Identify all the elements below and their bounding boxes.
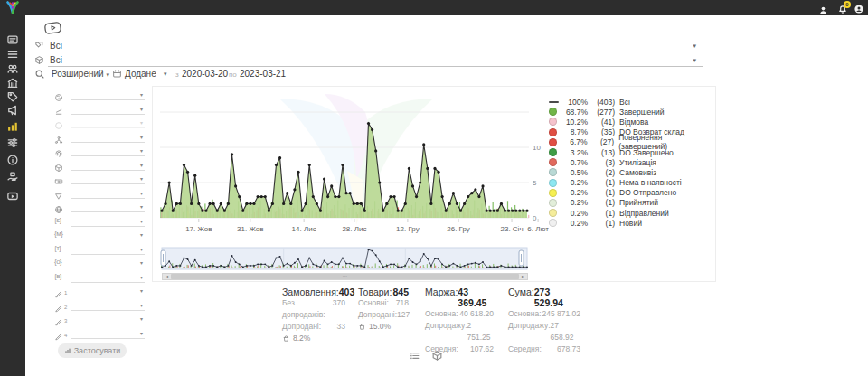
filter-category[interactable]: ▾ [54, 131, 145, 144]
legend-dot-marker [549, 108, 557, 116]
legend-item-2[interactable]: 10.2%(41)Відмова [549, 117, 712, 127]
package-icon[interactable] [431, 349, 443, 365]
legend-item-12[interactable]: 0.2%(1)Новий [549, 218, 712, 228]
hier-icon [54, 136, 63, 145]
filter-param-1[interactable]: 1▾ [54, 285, 145, 297]
legend-dot-marker [549, 138, 557, 146]
filter-custom-m[interactable]: {м}▾ [54, 229, 145, 241]
filter-custom-o[interactable]: {о}▾ [54, 257, 145, 269]
mini-chart-navigator[interactable] [160, 247, 549, 274]
chart-icon [64, 347, 71, 354]
filter-underline [71, 127, 145, 128]
date-to-input[interactable]: 2023-03-21 [240, 69, 286, 79]
sidebar-item-info[interactable] [6, 154, 20, 167]
sidebar-item-products[interactable] [6, 90, 20, 104]
apply-button[interactable]: Застосувати [58, 343, 127, 358]
upsell-percent: 8.2% [293, 333, 310, 344]
scroll-left-arrow[interactable]: ◂ [163, 274, 171, 279]
legend-item-4[interactable]: 6.7%(27)Повернення (завершений) [549, 137, 712, 147]
filter-status[interactable]: ▾ [54, 103, 145, 116]
main-chart[interactable]: 051017. Жов31. Жов14. Лис28. Лис12. Гру2… [160, 89, 549, 240]
sidebar-item-statistics[interactable] [6, 120, 20, 134]
sidebar-item-marketing[interactable] [6, 104, 20, 118]
stat-subrow: Без допродажів:370 [282, 297, 345, 321]
chevron-down-icon: ▾ [140, 315, 143, 322]
legend-label: Прийнятий [619, 198, 658, 207]
legend-line-marker [549, 101, 559, 103]
svg-text:12. Гру: 12. Гру [396, 225, 420, 233]
category-filter-value: Всі [50, 41, 62, 51]
date-from-label: з [175, 70, 179, 79]
stat-column-2: Маржа:43 369.45Основна:40 618.20Допродаж… [425, 287, 494, 355]
marketplace-icon[interactable] [43, 21, 63, 35]
sidebar-item-dashboard[interactable] [6, 33, 20, 47]
svg-text:17. Жов: 17. Жов [185, 225, 212, 233]
filter-payment[interactable]: ▾ [54, 173, 145, 185]
legend-item-0[interactable]: 100%(403)Всі [549, 97, 712, 107]
chevron-down-icon: ▾ [140, 203, 143, 210]
category-filter-dropdown[interactable]: Всі ▾ [34, 41, 703, 52]
filter-custom-s[interactable]: {s}▾ [54, 215, 145, 228]
mini-chart-scrollbar[interactable]: ◂ ••• ▸ [162, 273, 528, 280]
filter-underline [71, 268, 145, 268]
search-mode-dropdown[interactable]: Розширений ▾ [52, 69, 109, 79]
filter-client[interactable]: ▾ [54, 145, 145, 157]
legend-item-7[interactable]: 0.5%(2)Самовивіз [549, 167, 712, 177]
svg-text:28. Лис: 28. Лис [342, 225, 366, 233]
legend-label: Утилізація [619, 158, 656, 167]
filter-custom-v[interactable]: {в}▾ [54, 271, 145, 284]
sidebar-item-company[interactable] [6, 77, 20, 90]
legend-item-10[interactable]: 0.2%(1)Прийнятий [549, 198, 712, 208]
legend-item-6[interactable]: 0.7%(3)Утилізація [549, 157, 712, 167]
filter-product[interactable]: ▾ [54, 159, 145, 172]
sidebar [0, 15, 25, 376]
legend-item-11[interactable]: 0.2%(1)Відправлений [549, 208, 712, 218]
filter-site[interactable]: ▾ [54, 201, 145, 213]
legend-percent: 0.2% [561, 198, 588, 207]
product-filter-dropdown[interactable]: Всі ▾ [34, 55, 703, 67]
scrollbar-thumb[interactable]: ••• [171, 274, 519, 279]
stat-subvalue: 245 871.02 [542, 308, 580, 320]
sidebar-item-settings[interactable] [6, 136, 20, 150]
sidebar-item-shipments[interactable] [6, 171, 20, 184]
filter-funnel[interactable]: ▾ [54, 187, 145, 200]
sidebar-item-tutorials[interactable] [6, 190, 20, 203]
stat-subrow: Основні:718 [358, 297, 409, 309]
legend-percent: 0.2% [561, 209, 588, 218]
chevron-down-icon: ▾ [140, 231, 143, 238]
funnel-icon [54, 192, 63, 201]
filter-underline [71, 142, 145, 143]
legend-item-1[interactable]: 68.7%(277)Завершений [549, 107, 712, 117]
sidebar-item-clients[interactable] [6, 62, 20, 76]
chevron-down-icon: ▾ [140, 134, 143, 140]
filter-custom-t[interactable]: {т}▾ [54, 243, 145, 256]
search-icon[interactable] [34, 69, 45, 81]
legend-item-8[interactable]: 0.2%(1)Нема в наявності [549, 178, 712, 188]
scroll-right-arrow[interactable]: ▸ [519, 274, 527, 279]
filter-geo[interactable]: ▾ [54, 89, 145, 101]
date-field-dropdown[interactable]: Додане [125, 69, 156, 79]
legend-count: (277) [591, 108, 615, 117]
filter-param-2[interactable]: 2▾ [54, 299, 145, 312]
stat-subvalue: 127 [397, 309, 410, 321]
assistant-icon[interactable] [818, 3, 828, 19]
finger-icon [54, 149, 63, 158]
filter-param-4[interactable]: 4▾ [54, 327, 145, 340]
legend-item-9[interactable]: 0.2%(1)DO Отправлено [549, 188, 712, 198]
summary-list-icon[interactable] [409, 349, 420, 365]
navigator-handle-right[interactable] [519, 250, 524, 266]
stat-subrow: Допродажу:2 751.25 [425, 320, 494, 343]
sidebar-item-orders[interactable] [6, 48, 20, 61]
svg-text:0: 0 [533, 214, 537, 222]
stat-value: 403 [339, 287, 355, 297]
stat-header: Замовлення:403 [282, 287, 345, 297]
navigator-handle-left[interactable] [161, 250, 165, 266]
search-mode-value: Розширений [52, 69, 104, 79]
user-avatar[interactable] [854, 2, 864, 18]
date-from-input[interactable]: 2020-03-20 [182, 69, 228, 79]
legend-label: Самовивіз [619, 168, 656, 177]
filter-param-3[interactable]: 3▾ [54, 313, 145, 325]
legend-dot-marker [549, 199, 557, 207]
svg-text:23. Січ: 23. Січ [500, 225, 523, 233]
svg-text:6. Лют: 6. Лют [527, 225, 549, 233]
